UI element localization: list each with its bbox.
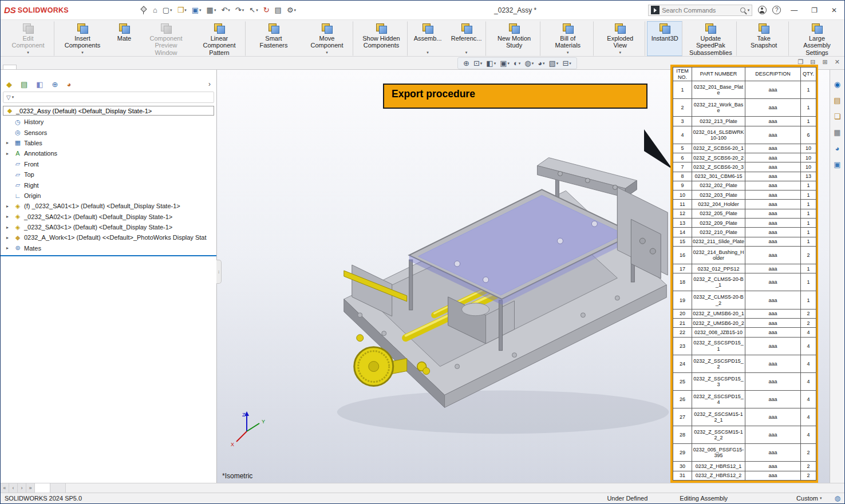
bom-row[interactable]: 21 0232_Z_UMSB6-20_2 aaa 2	[673, 318, 816, 327]
assembly-features-button[interactable]: Assemb... ▾	[409, 21, 446, 56]
solidworks-resources-button[interactable]: ◉	[834, 80, 840, 89]
graphics-viewport[interactable]: Export procedure ITEM NO. PART NUMBER DE…	[217, 70, 830, 483]
bom-row[interactable]: 31 0232_Z_HBRS12_2 aaa 2	[673, 471, 816, 480]
insert-components-button[interactable]: Insert Components ▾	[56, 21, 109, 56]
tab-markup[interactable]	[44, 65, 58, 69]
instant3d-button[interactable]: Instant3D	[647, 21, 682, 56]
propertymanager-tab[interactable]: ▤	[21, 81, 27, 88]
expand-arrow-icon[interactable]: ▸	[6, 204, 11, 209]
bom-row[interactable]: 8 0232_301_CBM6-15 aaa 13	[673, 172, 816, 181]
configurationmanager-tab[interactable]: ◧	[36, 81, 43, 88]
menubar-item[interactable]	[87, 8, 96, 13]
pin-menu-icon[interactable]	[140, 6, 147, 14]
bom-row[interactable]: 24 0232_Z_SSCSPD15_2 aaa 4	[673, 355, 816, 372]
show-hidden-components-button[interactable]: Show Hidden Components	[355, 21, 408, 56]
open-button[interactable]: ❒ ▾	[176, 5, 188, 15]
bill-of-materials-button[interactable]: Bill of Materials ▾	[542, 21, 593, 56]
linear-component-pattern-button[interactable]: Linear Component Pattern ▾	[193, 21, 246, 56]
bom-row[interactable]: 23 0232_Z_SSCSPD15_1 aaa 4	[673, 337, 816, 355]
tab-evaluate[interactable]	[58, 65, 72, 69]
rollback-bar[interactable]	[1, 255, 216, 256]
expand-arrow-icon[interactable]: ▸	[6, 245, 11, 251]
minimize-button[interactable]: —	[787, 5, 801, 15]
bom-row[interactable]: 25 0232_Z_SSCSPD15_3 aaa 4	[673, 372, 816, 390]
motion-study-1-tab[interactable]	[50, 483, 66, 493]
expand-arrow-icon[interactable]: ▸	[6, 214, 11, 219]
menubar-item[interactable]	[118, 8, 127, 13]
tree-item-top-plane[interactable]: ▸ ▱ Top	[1, 169, 216, 180]
bom-row[interactable]: 17 0232_012_PPS12 aaa 1	[673, 264, 816, 273]
help-icon[interactable]: ?	[772, 6, 781, 14]
last-tab-button[interactable]: »	[26, 483, 35, 493]
reference-geometry-button[interactable]: Referenc... ▾	[447, 21, 486, 56]
view-palette-button[interactable]: ▦	[834, 128, 840, 137]
search-commands-box[interactable]: ▾	[648, 5, 752, 16]
bom-row[interactable]: 20 0232_Z_UMSB6-20_1 aaa 2	[673, 309, 816, 318]
bom-row[interactable]: 7 0232_Z_SCBS6-20_3 aaa 10	[673, 162, 816, 172]
exploded-view-button[interactable]: Exploded View ▾	[595, 21, 645, 56]
expand-arrow-icon[interactable]: ▸	[6, 235, 11, 240]
search-icon[interactable]	[740, 7, 745, 13]
displaymanager-tab[interactable]: ◕	[67, 81, 72, 88]
tree-item-front-plane[interactable]: ▸ ▱ Front	[1, 159, 216, 169]
rebuild-button[interactable]: ↻	[262, 5, 271, 15]
search-commands-input[interactable]	[662, 7, 737, 14]
bom-row[interactable]: 12 0232_205_Plate aaa 1	[673, 209, 816, 218]
featuremanager-tab[interactable]: ◆	[6, 81, 12, 88]
bom-row[interactable]: 9 0232_202_Plate aaa 1	[673, 181, 816, 190]
large-assembly-settings-button[interactable]: Large Assembly Settings ▾	[791, 21, 843, 56]
new-document-button[interactable]: ▢ ▾	[161, 5, 174, 15]
bill-of-materials-table[interactable]: ITEM NO. PART NUMBER DESCRIPTION QTY. 1 …	[670, 65, 818, 483]
update-speedpak-button[interactable]: Update SpeedPak Subassemblies	[684, 21, 737, 56]
tab-sketch[interactable]	[30, 65, 44, 69]
section-view-button[interactable]: ◧ ▾	[486, 59, 496, 68]
custom-properties-button[interactable]: ▣	[834, 160, 840, 169]
file-explorer-button[interactable]: ❏	[834, 112, 841, 121]
bom-row[interactable]: 4 0232_014_SLSBWRK10-100 aaa 6	[673, 126, 816, 144]
bom-row[interactable]: 28 0232_Z_SSCSM15-12_2 aaa 4	[673, 426, 816, 444]
bom-row[interactable]: 30 0232_Z_HBRS12_1 aaa 2	[673, 462, 816, 471]
bom-row[interactable]: 16 0232_214_Bushing_Holder aaa 2	[673, 246, 816, 264]
design-library-button[interactable]: ▤	[834, 96, 840, 105]
save-button[interactable]: ▣ ▾	[190, 5, 203, 15]
user-account-icon[interactable]	[758, 6, 767, 14]
tree-item-sensors[interactable]: ▸ ◎ Sensors	[1, 127, 216, 137]
display-style-button[interactable]: ◐ ▾	[514, 59, 520, 68]
tree-item-sa02[interactable]: ▸ ◈ _0232_SA02<1> (Default) <Default_Dis…	[1, 212, 216, 222]
bom-row[interactable]: 1 0232_201_Base_Plate aaa 1	[673, 81, 816, 99]
bom-row[interactable]: 3 0232_213_Plate aaa 1	[673, 117, 816, 126]
bom-row[interactable]: 13 0232_209_Plate aaa 1	[673, 219, 816, 228]
take-snapshot-button[interactable]: Take Snapshot	[739, 21, 789, 56]
tree-item-sa03[interactable]: ▸ ◈ _0232_SA03<1> (Default) <Default_Dis…	[1, 222, 216, 232]
hide-show-items-button[interactable]: ◍ ▾	[524, 59, 534, 68]
menubar-item[interactable]	[108, 8, 117, 13]
next-tab-button[interactable]: ›	[18, 483, 26, 493]
mate-button[interactable]: Mate	[109, 21, 139, 56]
bom-row[interactable]: 27 0232_Z_SSCSM15-12_1 aaa 4	[673, 408, 816, 426]
bom-row[interactable]: 18 0232_Z_CLMS5-20-B_1 aaa 1	[673, 273, 816, 291]
tab-solidworks-add-ins[interactable]	[72, 65, 85, 69]
options-button[interactable]: ⚙ ▾	[285, 5, 298, 15]
bom-row[interactable]: 22 0232_008_JZB15-10 aaa 4	[673, 328, 816, 337]
panel-resize-grip[interactable]: ⁞	[216, 260, 222, 284]
bom-row[interactable]: 14 0232_210_Plate aaa 1	[673, 228, 816, 237]
tree-filter[interactable]: ▽ ▾	[3, 92, 214, 103]
bom-row[interactable]: 15 0232_211_Slide_Plate aaa 1	[673, 237, 816, 246]
menubar-item[interactable]	[128, 8, 137, 13]
bom-row[interactable]: 2 0232_212_Work_Base aaa 1	[673, 99, 816, 117]
move-component-button[interactable]: Move Component ▾	[301, 21, 353, 56]
smart-fasteners-button[interactable]: Smart Fasteners	[247, 21, 300, 56]
bom-row[interactable]: 6 0232_Z_SCBS6-20_2 aaa 10	[673, 153, 816, 162]
tree-item-tables[interactable]: ▸ ▦ Tables	[1, 138, 216, 148]
restore-button[interactable]: ❐	[807, 5, 822, 15]
expand-arrow-icon[interactable]: ▸	[6, 140, 11, 145]
dimxpert-tab[interactable]: ⊕	[52, 81, 58, 88]
select-button[interactable]: ↖ ▾	[247, 5, 259, 15]
tree-item-mates[interactable]: ▸ ⊚ Mates	[1, 243, 216, 253]
bom-row[interactable]: 29 0232_005_PSSFG15-395 aaa 2	[673, 444, 816, 462]
expand-arrow-icon[interactable]: ▸	[6, 225, 11, 230]
component-preview-window-button[interactable]: Component Preview Window	[140, 21, 192, 56]
tree-item-a-work[interactable]: ▸ ◆ 0232_A_Work<1> (Default) <<Default>_…	[1, 232, 216, 243]
first-tab-button[interactable]: «	[1, 483, 9, 493]
globe-icon[interactable]: ◍	[835, 494, 840, 502]
